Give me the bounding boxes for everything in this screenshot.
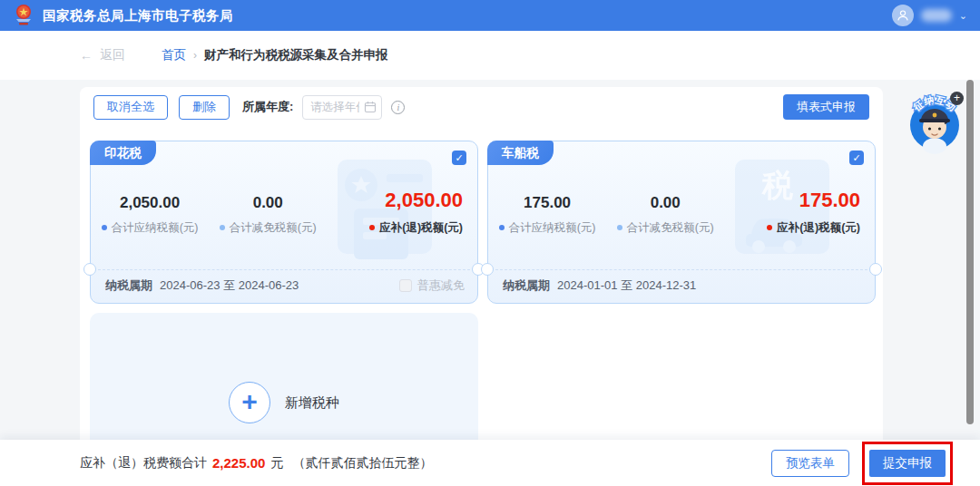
back-label: 返回 [100,47,125,63]
dashed-divider [98,269,470,270]
due-amount-label: 应补(退)税额(元) [724,220,860,236]
checkbox-unchecked-icon[interactable] [399,279,412,292]
red-dot-icon [369,225,375,230]
year-field-label: 所属年度: [242,99,293,115]
toolbar: 取消全选 删除 所属年度: i 填表式申报 [93,94,869,120]
breadcrumb-home-link[interactable]: 首页 [162,47,186,63]
payable-amount: 175.00 [488,194,606,212]
tax-type-badge: 车船税 [487,141,554,165]
info-icon[interactable]: i [391,101,405,114]
reduction-amount: 0.00 [606,194,724,212]
card-checkbox-checked[interactable]: ✓ [452,151,466,165]
red-dot-icon [767,225,772,230]
person-icon [897,9,909,22]
ticket-notch-right [869,263,882,276]
mascot-expand-icon[interactable]: + [950,92,964,105]
tax-card-vehicle-vessel-tax[interactable]: 税 车船税 ✓ 175.00 合计应纳税额(元) 0.00 合计减免税额(元) … [487,141,876,304]
breadcrumb-separator: › [193,49,197,62]
submit-declaration-button[interactable]: 提交申报 [869,450,946,477]
lightblue-dot-icon [617,225,622,230]
preview-form-button[interactable]: 预览表单 [771,450,849,477]
due-amount: 175.00 [724,189,860,212]
dashed-divider [495,269,867,270]
app-header: 国家税务总局上海市电子税务局 ⌄ [0,0,980,31]
due-amount: 2,050.00 [327,189,463,212]
tax-period-label: 纳税属期 [503,277,550,294]
back-arrow-icon: ← [80,48,93,63]
lightblue-dot-icon [220,225,225,230]
chevron-down-icon[interactable]: ⌄ [959,10,967,22]
blue-dot-icon [102,225,107,230]
breadcrumb-current-page: 财产和行为税税源采集及合并申报 [204,47,388,63]
tax-period-value: 2024-01-01 至 2024-12-31 [557,277,696,294]
ticket-notch-left [83,263,96,276]
main-panel: 取消全选 删除 所属年度: i 填表式申报 [80,87,883,486]
inclusive-relief-label: 普惠减免 [417,277,465,294]
app-title: 国家税务总局上海市电子税务局 [43,7,233,24]
form-mode-declare-button[interactable]: 填表式申报 [783,94,869,120]
reduction-amount-label: 合计减免税额(元) [606,220,724,236]
tax-period-value: 2024-06-23 至 2024-06-23 [160,277,299,294]
vertical-scrollbar[interactable] [966,80,974,424]
ticket-notch-left [481,263,494,276]
calendar-icon [364,101,377,117]
year-select-field[interactable] [302,95,382,120]
total-due-label: 应补（退）税费额合计 [80,455,207,471]
national-emblem-logo [13,4,34,27]
total-due-amount: 2,225.00 [212,455,265,471]
delete-button[interactable]: 删除 [179,95,230,120]
user-avatar[interactable] [892,5,914,26]
cancel-select-all-button[interactable]: 取消全选 [93,95,168,120]
reduction-amount-label: 合计减免税额(元) [209,220,327,236]
payable-amount-label: 合计应纳税额(元) [488,220,606,236]
due-amount-label: 应补(退)税额(元) [327,220,463,236]
reduction-amount: 0.00 [209,194,327,212]
add-tax-type-label: 新增税种 [285,394,339,412]
user-name-redacted [921,9,952,22]
tax-period-label: 纳税属期 [105,277,152,294]
summary-footer-bar: 应补（退）税费额合计 2,225.00 元 （贰仟贰佰贰拾伍元整） 预览表单 提… [0,440,980,486]
tax-card-stamp-tax[interactable]: 印花税 ✓ 2,050.00 合计应纳税额(元) 0.00 合计减免税额(元) … [90,141,478,304]
tax-type-badge: 印花税 [90,141,156,165]
red-annotation-highlight: 提交申报 [862,442,953,485]
payable-amount: 2,050.00 [91,194,209,212]
plus-icon[interactable]: + [229,382,270,423]
breadcrumb-bar: ← 返回 首页 › 财产和行为税税源采集及合并申报 [0,31,980,80]
amount-in-words: （贰仟贰佰贰拾伍元整） [292,455,432,471]
currency-unit: 元 [270,455,283,471]
payable-amount-label: 合计应纳税额(元) [91,220,209,236]
blue-dot-icon [499,225,505,230]
back-button[interactable]: ← 返回 [80,47,125,63]
card-checkbox-checked[interactable]: ✓ [849,151,864,165]
inclusive-relief-checkbox[interactable]: 普惠减免 [399,277,465,294]
